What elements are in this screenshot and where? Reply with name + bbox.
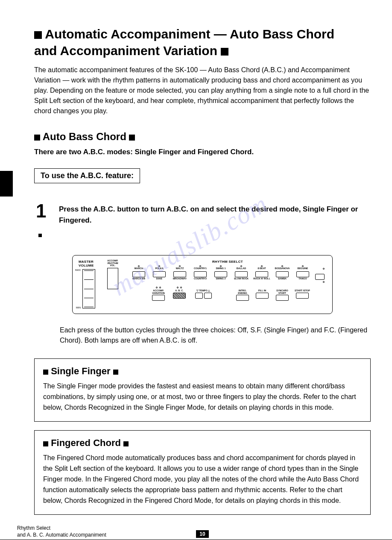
led-icon [177,287,178,288]
intro-ending-button [236,295,249,301]
rhythm-tail-col [313,265,326,283]
intro-ending-label: INTRO. ENDING [234,290,251,294]
accomp-vol-slider [107,268,118,289]
rhythm-label-bottom: SAMBA [278,278,287,281]
rhythm-button [153,271,166,277]
rhythm-label-bottom: SWING 2 [216,278,225,281]
step-number: 1 [36,200,51,243]
rhythm-label-top: WALTZ [176,267,184,271]
bullet-icon [38,234,42,237]
master-volume-slider: MAX MIN [82,269,95,308]
single-finger-body: The Single Finger mode provides the fast… [43,381,362,413]
rhythm-button-col: BEGUINETANGO [293,265,313,281]
led-icon [323,281,325,283]
tempo-up-button [204,293,212,299]
rhythm-label-top: POLKA [155,267,163,271]
rhythm-button-col: BALLADSLOW ROCK [231,265,251,281]
min-label: MIN [76,306,81,309]
rhythm-button [173,271,186,277]
led-icon [159,287,161,288]
page-title: Automatic Accompaniment — Auto Bass Chor… [34,26,371,59]
single-finger-title: Single Finger [43,366,362,377]
fingered-chord-title-text: Fingered Chord [51,437,121,448]
control-panel-diagram: MASTER VOLUME MAX MIN ACCOMP. /RHYTHM VO… [72,255,333,314]
rhythm-label-bottom: MARCH 6/8 [132,278,145,281]
master-volume-label: MASTER VOLUME [79,260,99,267]
abc-button [173,293,186,299]
rhythm-button-col: BOSSANOVASAMBA [272,265,292,281]
rhythm-button [132,271,145,277]
fingered-chord-title: Fingered Chord [43,437,362,449]
footer-line1: Rhythm Select [17,525,50,531]
rhythm-button-col: WALTZBROADWAY [170,265,190,281]
rhythm-label-top: BOSSANOVA [275,267,290,271]
rhythm-button-col: POLKADIXIE [149,265,169,281]
synchro-start-label: SYNCHRO START [273,290,291,294]
step-text: Press the A.B.C. button to turn A.B.C. o… [59,200,371,226]
section-abc-title: Auto Bass Chord [34,131,371,143]
bottom-controls-row: ACCOMP. VARIATION A. B. C. ▽ TEMPO △ [129,286,326,301]
fill-in-label: FILL IN [258,290,266,292]
rhythm-label-bottom: SLOW ROCK [234,278,249,281]
rhythm-label-top: MARCH [135,267,143,271]
rhythm-button [194,271,207,277]
square-icon [113,370,118,375]
abc-label: A. B. C. [175,290,184,292]
max-label: MAX [75,269,81,271]
intro-paragraph: The automatic accompaniment features of … [34,65,371,116]
synchro-start-button [276,295,289,301]
rhythm-button [255,271,268,277]
modes-line: There are two A.B.C. modes: Single Finge… [34,148,371,156]
single-finger-title-text: Single Finger [51,366,110,376]
rhythm-button-col: 8 BEATROCK N' ROLL [252,265,272,281]
square-icon [43,441,48,446]
square-icon [221,48,228,56]
rhythm-button-col: MARCHMARCH 6/8 [129,265,149,281]
rhythm-button-col: SWING 1SWING 2 [211,265,231,281]
square-icon [34,135,40,141]
square-icon [129,135,135,141]
tempo-label: ▽ TEMPO △ [196,290,211,292]
square-icon [34,31,42,39]
rhythm-button [214,271,227,277]
fill-in-button [256,293,269,299]
rhythm-label-bottom: DIXIE [156,278,162,281]
section-abc-text: Auto Bass Chord [43,131,126,142]
accomp-variation-button [152,295,165,301]
led-icon [156,287,158,288]
rhythm-buttons-row: MARCHMARCH 6/8POLKADIXIEWALTZBROADWAYCOU… [129,265,326,283]
footer-line2: and A. B. C. Automatic Accompaniment [17,532,106,538]
rhythm-label-top: BEGUINE [297,267,308,271]
rhythm-button [235,271,248,277]
rhythm-button [296,271,309,277]
fingered-chord-body: The Fingered Chord mode automatically pr… [43,453,362,506]
instruction-box: To use the A.B.C. feature: [34,168,140,183]
rhythm-button-col: COUNTRY1COUNTRY2 [190,265,210,281]
accomp-variation-label: ACCOMP. VARIATION [149,290,168,294]
start-stop-label: START /STOP [295,290,310,292]
footer: Rhythm Select and A. B. C. Automatic Acc… [34,525,371,540]
led-icon [323,268,325,270]
rhythm-label-bottom: COUNTRY2 [194,278,207,281]
step-note: Each press of the button cycles through … [60,325,371,346]
rhythm-extra-button [315,274,325,280]
side-tab [0,171,13,197]
rhythm-label-top: 8 BEAT [257,267,266,271]
fingered-chord-box: Fingered Chord The Fingered Chord mode a… [34,430,371,515]
rhythm-label-bottom: BROADWAY [173,278,187,281]
title-line2: and Accompaniment Variation [34,44,217,58]
title-line1: Automatic Accompaniment — Auto Bass Chor… [45,27,334,41]
rhythm-button [276,271,289,277]
rhythm-label-top: SWING 1 [216,267,225,271]
page-number: 10 [196,530,208,538]
rhythm-label-top: COUNTRY1 [194,267,207,271]
rhythm-label-bottom: ROCK N' ROLL [253,278,270,281]
single-finger-box: Single Finger The Single Finger mode pro… [34,358,371,422]
start-stop-button [296,293,309,299]
square-icon [123,441,129,446]
rhythm-select-label: RHYTHM SEELCT [129,260,326,264]
led-icon [180,287,182,288]
accomp-vol-label: ACCOMP. /RHYTHM VOL. [106,260,120,267]
step-number-text: 1 [36,200,46,221]
rhythm-label-top: BALLAD [237,267,246,271]
